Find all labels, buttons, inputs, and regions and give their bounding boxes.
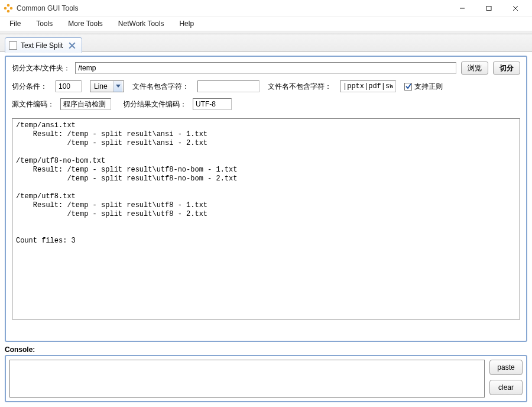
svg-point-0: [7, 4, 10, 7]
menu-file[interactable]: File: [5, 18, 25, 29]
dst-enc-input[interactable]: [193, 98, 232, 110]
console-body: paste clear: [5, 355, 527, 402]
exclude-label: 文件名不包含字符：: [268, 82, 332, 92]
path-input[interactable]: [75, 62, 456, 74]
console-label: Console:: [5, 345, 527, 354]
row-path: 切分文本/文件夹： 浏览 切分: [12, 62, 520, 75]
split-button[interactable]: 切分: [493, 62, 520, 75]
dst-enc-label: 切分结果文件编码：: [123, 99, 187, 109]
svg-marker-10: [116, 85, 121, 88]
svg-point-1: [10, 7, 13, 9]
menu-bar: File Tools More Tools NetWork Tools Help: [0, 17, 532, 31]
output-textarea[interactable]: /temp/ansi.txt Result: /temp - split res…: [12, 118, 520, 319]
cond-unit-value: Line: [94, 82, 108, 91]
tab-text-file-split[interactable]: Text File Split: [5, 37, 82, 53]
title-bar: Common GUI Tools: [0, 0, 532, 17]
menu-more-tools[interactable]: More Tools: [63, 18, 107, 29]
tab-label: Text File Split: [21, 41, 63, 50]
console-textarea[interactable]: [9, 360, 485, 398]
path-label: 切分文本/文件夹：: [12, 63, 70, 73]
include-label: 文件名包含字符：: [132, 82, 189, 92]
svg-point-2: [7, 9, 10, 12]
cond-label: 切分条件：: [12, 82, 47, 92]
document-icon: [9, 41, 17, 50]
maximize-button[interactable]: [475, 0, 502, 17]
src-enc-input[interactable]: [60, 98, 111, 110]
main-panel: 切分文本/文件夹： 浏览 切分 切分条件： Line 文件名包含字符： 文件名不…: [5, 56, 527, 342]
menu-tools[interactable]: Tools: [31, 18, 57, 29]
svg-point-3: [4, 7, 7, 9]
minimize-button[interactable]: [449, 0, 475, 17]
regex-checkbox-group[interactable]: 支持正则: [404, 82, 443, 92]
menu-help[interactable]: Help: [174, 18, 199, 29]
tab-close-icon[interactable]: [69, 42, 76, 49]
console-panel: Console: paste clear: [5, 345, 527, 402]
paste-button[interactable]: paste: [489, 360, 523, 375]
src-enc-label: 源文件编码：: [12, 99, 54, 109]
row-encoding: 源文件编码： 切分结果文件编码：: [12, 98, 520, 110]
chevron-down-icon: [113, 81, 122, 92]
row-conditions: 切分条件： Line 文件名包含字符： 文件名不包含字符： 支持正则: [12, 80, 520, 92]
cond-count-input[interactable]: [56, 80, 82, 92]
menu-network-tools[interactable]: NetWork Tools: [113, 18, 169, 29]
clear-button[interactable]: clear: [489, 380, 523, 395]
window-title: Common GUI Tools: [17, 4, 78, 12]
regex-checkbox[interactable]: [404, 83, 412, 91]
browse-button[interactable]: 浏览: [461, 62, 488, 75]
svg-rect-5: [486, 6, 491, 10]
app-icon: [4, 4, 13, 13]
close-button[interactable]: [502, 0, 528, 17]
include-input[interactable]: [197, 80, 259, 92]
regex-label: 支持正则: [414, 82, 443, 92]
tab-bar: Text File Split: [0, 34, 532, 52]
cond-unit-select[interactable]: Line: [90, 80, 124, 92]
exclude-input[interactable]: [340, 80, 396, 92]
